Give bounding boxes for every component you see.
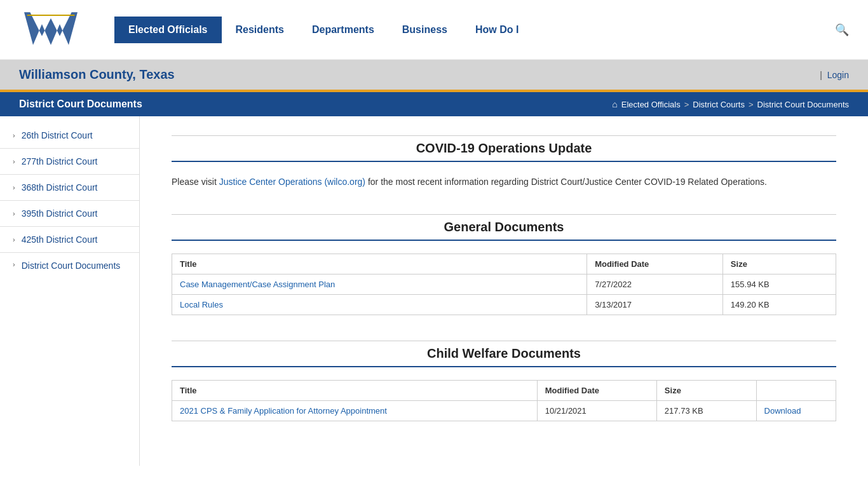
table-row: 2021 CPS & Family Application for Attorn…: [172, 401, 836, 421]
breadcrumb-elected-officials[interactable]: Elected Officials: [621, 100, 681, 109]
logo-icon: [19, 6, 83, 51]
login-area: | Login: [820, 70, 849, 80]
general-col-date: Modified Date: [587, 254, 723, 274]
download-link[interactable]: Download: [764, 406, 801, 416]
child-col-date: Modified Date: [537, 381, 656, 401]
breadcrumb-bar-title: District Court Documents: [19, 98, 142, 110]
child-welfare-table: Title Modified Date Size 2021 CPS & Fami…: [172, 380, 836, 421]
doc-size-cell: 217.73 KB: [656, 401, 756, 421]
chevron-icon-1: ›: [13, 132, 15, 139]
main-layout: › 26th District Court › 277th District C…: [0, 116, 868, 466]
breadcrumb-district-courts[interactable]: District Courts: [693, 100, 745, 109]
covid-intro-post: for the most recent information regardin…: [365, 177, 767, 187]
sidebar-item-425th[interactable]: › 425th District Court: [0, 227, 139, 253]
doc-size-cell: 155.94 KB: [722, 274, 836, 295]
covid-title: COVID-19 Operations Update: [172, 141, 836, 162]
sidebar-item-26th[interactable]: › 26th District Court: [0, 123, 139, 149]
doc-link[interactable]: Case Management/Case Assignment Plan: [180, 280, 335, 289]
chevron-icon-5: ›: [13, 236, 15, 243]
table-row: Case Management/Case Assignment Plan 7/2…: [172, 274, 836, 295]
login-link[interactable]: Login: [827, 70, 849, 80]
general-col-size: Size: [722, 254, 836, 274]
sidebar-label-docs: District Court Documents: [22, 261, 121, 271]
sidebar-item-368th[interactable]: › 368th District Court: [0, 175, 139, 201]
doc-action-cell: Download: [756, 401, 836, 421]
general-docs-table: Title Modified Date Size Case Management…: [172, 254, 836, 315]
doc-link[interactable]: 2021 CPS & Family Application for Attorn…: [180, 406, 387, 416]
sidebar-item-277th[interactable]: › 277th District Court: [0, 149, 139, 175]
sidebar-item-district-court-docs[interactable]: › District Court Documents: [0, 253, 139, 278]
doc-date-cell: 7/27/2022: [587, 274, 723, 295]
main-nav: Elected Officials Residents Departments …: [114, 17, 849, 43]
county-title: Williamson County, Texas: [19, 67, 175, 82]
doc-title-cell: 2021 CPS & Family Application for Attorn…: [172, 401, 538, 421]
breadcrumb-district-court-docs[interactable]: District Court Documents: [757, 100, 849, 109]
sidebar-item-395th[interactable]: › 395th District Court: [0, 201, 139, 227]
chevron-icon-3: ›: [13, 184, 15, 191]
doc-date-cell: 10/21/2021: [537, 401, 656, 421]
child-col-size: Size: [656, 381, 756, 401]
sidebar-label-425th: 425th District Court: [22, 234, 98, 245]
child-col-action: [756, 381, 836, 401]
search-icon[interactable]: 🔍: [835, 23, 849, 37]
general-docs-title: General Documents: [172, 220, 836, 241]
covid-intro: Please visit Justice Center Operations (…: [172, 175, 836, 189]
chevron-icon-4: ›: [13, 210, 15, 217]
nav-elected-officials[interactable]: Elected Officials: [114, 17, 222, 43]
child-divider-top: [172, 341, 836, 341]
county-bar: Williamson County, Texas | Login: [0, 60, 868, 92]
breadcrumb-sep-1: >: [684, 100, 689, 109]
chevron-icon-2: ›: [13, 158, 15, 165]
breadcrumb-sep-2: >: [749, 100, 754, 109]
sidebar-label-395th: 395th District Court: [22, 208, 98, 219]
general-col-title: Title: [172, 254, 587, 274]
doc-link[interactable]: Local Rules: [180, 300, 223, 309]
login-separator: |: [820, 70, 822, 80]
nav-residents[interactable]: Residents: [222, 17, 298, 43]
sidebar-label-368th: 368th District Court: [22, 182, 98, 193]
logo: [19, 6, 95, 53]
covid-divider-top: [172, 135, 836, 136]
breadcrumb: ⌂ Elected Officials > District Courts > …: [612, 99, 849, 109]
doc-title-cell: Case Management/Case Assignment Plan: [172, 274, 587, 295]
covid-link[interactable]: Justice Center Operations (wilco.org): [219, 177, 365, 187]
content-area: COVID-19 Operations Update Please visit …: [140, 116, 868, 466]
site-header: Elected Officials Residents Departments …: [0, 0, 868, 60]
sidebar: › 26th District Court › 277th District C…: [0, 116, 140, 466]
home-icon: ⌂: [612, 99, 617, 109]
general-divider-top: [172, 214, 836, 215]
doc-date-cell: 3/13/2017: [587, 295, 723, 315]
doc-size-cell: 149.20 KB: [722, 295, 836, 315]
nav-how-do-i[interactable]: How Do I: [461, 17, 532, 43]
child-welfare-title: Child Welfare Documents: [172, 346, 836, 367]
sidebar-label-26th: 26th District Court: [22, 130, 93, 140]
sidebar-label-277th: 277th District Court: [22, 156, 98, 166]
child-welfare-section: Child Welfare Documents Title Modified D…: [172, 341, 836, 421]
svg-marker-0: [24, 12, 78, 44]
doc-title-cell: Local Rules: [172, 295, 587, 315]
covid-section: COVID-19 Operations Update Please visit …: [172, 135, 836, 189]
chevron-icon-6: ›: [13, 261, 15, 268]
breadcrumb-bar: District Court Documents ⌂ Elected Offic…: [0, 92, 868, 116]
general-docs-section: General Documents Title Modified Date Si…: [172, 214, 836, 315]
nav-departments[interactable]: Departments: [298, 17, 388, 43]
child-col-title: Title: [172, 381, 538, 401]
table-row: Local Rules 3/13/2017 149.20 KB: [172, 295, 836, 315]
covid-intro-pre: Please visit: [172, 177, 219, 187]
nav-business[interactable]: Business: [388, 17, 461, 43]
